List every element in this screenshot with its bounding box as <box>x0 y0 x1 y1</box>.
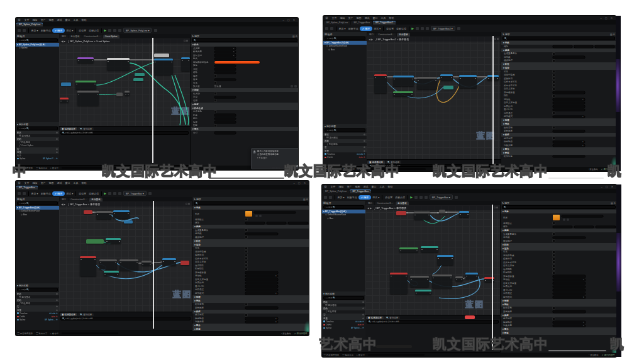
graph-node-teal[interactable] <box>421 246 438 252</box>
find-search-input[interactable]: 🔍 ▾ 输入函数或事件名称进行搜索 <box>367 320 499 324</box>
details-header-icons[interactable]: ▤ ⚙ <box>292 35 297 38</box>
graph-zoom-controls[interactable]: ⊡ ⊞ <box>494 38 499 40</box>
node-pin[interactable] <box>435 80 436 81</box>
property-checkbox[interactable] <box>553 254 555 256</box>
node-pin[interactable] <box>78 94 79 95</box>
find-search-input[interactable]: 🔍 ▾ 输入函数或事件名称进行搜索 <box>60 317 191 320</box>
add-icon[interactable]: ⊕ <box>56 293 58 295</box>
vector-field[interactable] <box>267 222 286 225</box>
property-checkbox[interactable] <box>553 53 555 55</box>
node-pin[interactable] <box>385 77 386 79</box>
property-checkbox[interactable] <box>553 60 555 62</box>
property-field[interactable] <box>553 310 586 313</box>
property-checkbox[interactable] <box>214 111 216 113</box>
property-dropdown[interactable] <box>553 296 586 298</box>
menu-item[interactable]: 窗口 <box>65 18 70 21</box>
my-blueprint-search-input[interactable]: ＋+添加 🔍 <box>323 296 364 300</box>
use-selected-icon[interactable] <box>567 218 569 221</box>
component-tree-item[interactable]: ◇ Spline <box>16 47 59 50</box>
compile-button[interactable]: ✔ 编译 <box>52 191 65 196</box>
browse-icon[interactable] <box>330 27 333 30</box>
vector-field[interactable] <box>553 45 572 48</box>
node-pin[interactable] <box>421 249 423 251</box>
node-pin[interactable] <box>450 278 452 279</box>
property-checkbox[interactable] <box>245 218 247 220</box>
property-field[interactable] <box>553 109 585 111</box>
node-pin[interactable] <box>128 213 129 215</box>
add-icon[interactable]: ⊕ <box>56 138 58 140</box>
property-checkbox[interactable] <box>245 251 247 252</box>
menu-item[interactable]: 工具 <box>74 18 79 21</box>
menu-item[interactable]: 工具 <box>74 181 79 184</box>
graph-node-red[interactable] <box>80 256 96 276</box>
node-pin[interactable] <box>174 261 175 263</box>
graph-node-gray[interactable] <box>77 91 99 106</box>
node-pin[interactable] <box>441 77 442 79</box>
node-pin[interactable] <box>104 274 106 275</box>
menu-item[interactable]: 视图 <box>49 18 54 21</box>
graph-node-blue[interactable] <box>181 57 190 71</box>
diff-button[interactable]: 差异 ▾ <box>339 27 346 30</box>
menu-item[interactable]: 编辑 <box>340 16 345 20</box>
graph-node-blue[interactable] <box>437 255 453 265</box>
node-pin[interactable] <box>80 259 82 261</box>
graph-node-red[interactable] <box>390 273 408 294</box>
components-search-input[interactable]: ＋+添加 🔍 <box>17 38 58 42</box>
eject-icon[interactable] <box>118 29 121 32</box>
add-icon[interactable]: ⊕ <box>56 305 58 308</box>
menu-item[interactable]: 窗口 <box>65 181 70 184</box>
node-pin[interactable] <box>467 214 469 215</box>
property-checkbox[interactable] <box>553 240 555 242</box>
graph-node-blue[interactable] <box>440 74 453 81</box>
menu-item[interactable]: 窗口 <box>372 185 377 188</box>
property-checkbox[interactable] <box>245 303 247 305</box>
content-drawer-button[interactable]: ▤ 内容侧滑菜单 <box>18 332 33 335</box>
details-header-icons[interactable]: ▤ ⚙ <box>611 201 616 205</box>
debug-button[interactable]: 调试 ▾ <box>66 192 73 195</box>
node-pin[interactable] <box>60 101 62 102</box>
console-button[interactable]: ▹ 命令行 <box>50 167 58 169</box>
compiler-results-tab[interactable]: ▣ 编译器结果 <box>60 127 77 130</box>
property-checkbox[interactable] <box>245 257 247 259</box>
node-pin[interactable] <box>414 215 416 216</box>
variable-row[interactable]: SplineBP Spline… 👁 <box>16 319 59 322</box>
graph-node-red[interactable] <box>396 211 406 215</box>
graph-node-blue[interactable] <box>162 258 176 266</box>
property-dropdown[interactable] <box>553 144 585 147</box>
class-settings-button[interactable]: 类设置 <box>79 192 86 195</box>
vector-field[interactable] <box>288 222 308 225</box>
my-blueprint-search-input[interactable]: ＋+添加 🔍 <box>17 288 58 291</box>
vector-field[interactable] <box>245 222 265 225</box>
mesh-thumbnail[interactable] <box>245 211 252 217</box>
node-pin[interactable] <box>375 77 376 79</box>
property-checkbox[interactable] <box>553 265 555 267</box>
add-icon[interactable]: ⊕ <box>362 317 364 320</box>
add-icon[interactable]: ⊕ <box>362 301 364 303</box>
class-settings-button[interactable]: 类设置 <box>385 196 392 199</box>
revert-icon[interactable] <box>291 85 293 88</box>
property-checkbox[interactable] <box>245 247 247 249</box>
menu-item[interactable]: 工具 <box>381 16 386 20</box>
use-selected-icon[interactable] <box>259 215 262 217</box>
menu-item[interactable]: 帮助 <box>82 181 87 184</box>
diff-button[interactable]: 差异 ▾ <box>31 192 38 195</box>
property-dropdown[interactable] <box>214 47 236 50</box>
browse-icon[interactable] <box>329 196 332 199</box>
node-pin[interactable] <box>114 213 115 215</box>
my-blueprint-search-input[interactable]: ＋+添加 🔍 <box>17 127 58 130</box>
settings-gear-icon[interactable] <box>154 29 157 32</box>
property-checkbox[interactable] <box>553 112 555 114</box>
details-category-header[interactable]: ▾ 标签 <box>192 327 309 331</box>
menu-item[interactable]: 文件 <box>25 181 30 184</box>
graph-node-gray[interactable] <box>414 212 430 220</box>
add-icon[interactable]: ⊕ <box>364 140 365 142</box>
property-checkbox[interactable] <box>245 314 247 316</box>
node-pin[interactable] <box>461 280 462 281</box>
graph-node-green[interactable] <box>86 239 104 244</box>
debug-button[interactable]: 调试 ▾ <box>374 27 380 30</box>
node-pin[interactable] <box>452 258 453 259</box>
property-field[interactable] <box>553 102 585 105</box>
property-field[interactable] <box>214 72 236 74</box>
class-defaults-button[interactable]: 类默认值 <box>396 27 406 30</box>
node-pin[interactable] <box>416 251 418 252</box>
